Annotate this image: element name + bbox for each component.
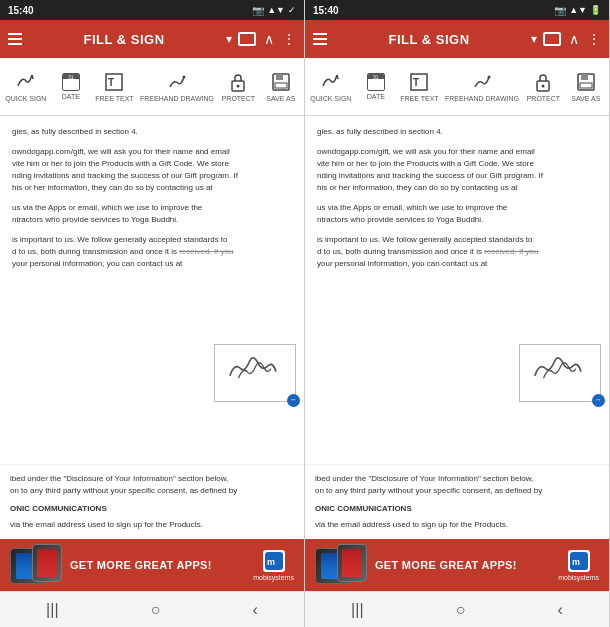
free-text-btn-right[interactable]: T FREE TEXT (400, 71, 438, 102)
date-label-right: DATE (367, 93, 385, 100)
banner-left[interactable]: GET MORE GREAT APPS! m mobisystems (0, 539, 304, 591)
protect-btn-left[interactable]: PROTECT (220, 71, 256, 102)
mobi-logo-icon-right: m (570, 552, 588, 570)
signature-box-left[interactable] (214, 344, 296, 402)
free-text-label-left: FREE TEXT (95, 95, 133, 102)
para-2-left: owndogapp.com/gift, we will ask you for … (12, 146, 292, 194)
svg-rect-16 (581, 74, 588, 80)
svg-text:T: T (413, 77, 419, 88)
svg-text:m: m (572, 557, 580, 567)
up-icon-right[interactable]: ∧ (569, 31, 579, 47)
strikethrough-left: received. If you (179, 247, 233, 256)
mobi-logo-icon-left: m (265, 552, 283, 570)
toolbar-icons-right: ∧ ⋮ (543, 31, 601, 47)
date-icon-right: 31 (367, 73, 385, 91)
time-right: 15:40 (313, 5, 339, 16)
save-as-icon-left (270, 71, 292, 93)
toolbar-chevron-left[interactable]: ▾ (226, 32, 232, 46)
svg-point-14 (542, 85, 545, 88)
svg-rect-7 (275, 83, 287, 88)
toolbar-icons-left: ∧ ⋮ (238, 31, 296, 47)
protect-icon-left (227, 71, 249, 93)
more-icon-left[interactable]: ⋮ (282, 31, 296, 47)
toolbar-right: FILL & SIGN ▾ ∧ ⋮ (305, 20, 609, 58)
more-icon-right[interactable]: ⋮ (587, 31, 601, 47)
svg-point-2 (183, 76, 186, 79)
doc-area-right: gies, as fully described in section 4. o… (305, 116, 609, 539)
free-text-label-right: FREE TEXT (400, 95, 438, 102)
nav-home-right[interactable]: ○ (456, 601, 466, 619)
banner-logo-text-right: mobisystems (558, 574, 599, 581)
toolbar-chevron-right[interactable]: ▾ (531, 32, 537, 46)
svg-point-12 (488, 76, 491, 79)
banner-logo-left: m mobisystems (253, 550, 294, 581)
svg-text:m: m (267, 557, 275, 567)
toolbar-title-left: FILL & SIGN (28, 32, 220, 47)
signature-svg-right (520, 345, 595, 395)
para-4-right: is important to us. We follow generally … (317, 234, 597, 270)
save-as-btn-left[interactable]: SAVE AS (263, 71, 299, 102)
screen-container: 15:40 📷 ▲▼ ✓ FILL & SIGN ▾ ∧ ⋮ (0, 0, 610, 627)
icon-bar-right: QUICK SIGN 31 DATE T FREE TEXT (305, 58, 609, 116)
save-as-label-right: SAVE AS (571, 95, 600, 102)
para-3-right: us via the Apps or email, which we use t… (317, 202, 597, 226)
protect-icon-right (532, 71, 554, 93)
resize-handle-left[interactable]: ↔ (287, 394, 300, 407)
right-panel: 15:40 📷 ▲▼ 🔋 FILL & SIGN ▾ ∧ ⋮ (305, 0, 610, 627)
banner-logo-text-left: mobisystems (253, 574, 294, 581)
resize-handle-right[interactable]: ↔ (592, 394, 605, 407)
date-btn-right[interactable]: 31 DATE (358, 73, 394, 100)
menu-icon-left[interactable] (8, 33, 22, 45)
svg-rect-17 (580, 83, 592, 88)
nav-bar-right: ||| ○ ‹ (305, 591, 609, 627)
signature-box-right[interactable] (519, 344, 601, 402)
freehand-icon-right (471, 71, 493, 93)
nav-back-left[interactable]: ‹ (253, 601, 258, 619)
date-btn-left[interactable]: 31 DATE (53, 73, 89, 100)
nav-menu-left[interactable]: ||| (46, 601, 58, 619)
lower-text-left: ibed under the "Disclosure of Your Infor… (0, 464, 304, 539)
save-as-label-left: SAVE AS (266, 95, 295, 102)
square-icon-left[interactable] (238, 32, 256, 46)
quick-sign-label-right: QUICK SIGN (310, 95, 351, 102)
banner-text-right: GET MORE GREAT APPS! (375, 559, 550, 571)
left-panel: 15:40 📷 ▲▼ ✓ FILL & SIGN ▾ ∧ ⋮ (0, 0, 305, 627)
nav-home-left[interactable]: ○ (151, 601, 161, 619)
menu-icon-right[interactable] (313, 33, 327, 45)
square-icon-right[interactable] (543, 32, 561, 46)
icon-bar-left: QUICK SIGN 31 DATE T FREE TEXT (0, 58, 304, 116)
status-icons-right: 📷 ▲▼ 🔋 (554, 5, 601, 16)
para-1-left: gies, as fully described in section 4. (12, 126, 292, 138)
signature-svg-left (215, 345, 290, 395)
banner-text-left: GET MORE GREAT APPS! (70, 559, 245, 571)
para-1-right: gies, as fully described in section 4. (317, 126, 597, 138)
svg-point-4 (237, 85, 240, 88)
freehand-btn-left[interactable]: FREEHAND DRAWING (140, 71, 214, 102)
time-left: 15:40 (8, 5, 34, 16)
protect-label-right: PROTECT (527, 95, 560, 102)
freehand-btn-right[interactable]: FREEHAND DRAWING (445, 71, 519, 102)
free-text-icon-left: T (103, 71, 125, 93)
para-4-left: is important to us. We follow generally … (12, 234, 292, 270)
lower-text-right: ibed under the "Disclosure of Your Infor… (305, 464, 609, 539)
status-bar-left: 15:40 📷 ▲▼ ✓ (0, 0, 304, 20)
quick-sign-label-left: QUICK SIGN (5, 95, 46, 102)
nav-back-right[interactable]: ‹ (558, 601, 563, 619)
up-icon-left[interactable]: ∧ (264, 31, 274, 47)
banner-logo-right: m mobisystems (558, 550, 599, 581)
doc-content-right: gies, as fully described in section 4. o… (305, 116, 609, 464)
para-3-left: us via the Apps or email, which we use t… (12, 202, 292, 226)
nav-menu-right[interactable]: ||| (351, 601, 363, 619)
status-bar-right: 15:40 📷 ▲▼ 🔋 (305, 0, 609, 20)
quick-sign-btn-right[interactable]: QUICK SIGN (310, 71, 351, 102)
nav-bar-left: ||| ○ ‹ (0, 591, 304, 627)
banner-right[interactable]: GET MORE GREAT APPS! m mobisystems (305, 539, 609, 591)
protect-btn-right[interactable]: PROTECT (525, 71, 561, 102)
save-as-btn-right[interactable]: SAVE AS (568, 71, 604, 102)
freehand-label-left: FREEHAND DRAWING (140, 95, 214, 102)
banner-phones-left (10, 544, 62, 586)
save-as-icon-right (575, 71, 597, 93)
quick-sign-btn-left[interactable]: QUICK SIGN (5, 71, 46, 102)
quick-sign-icon-left (15, 71, 37, 93)
free-text-btn-left[interactable]: T FREE TEXT (95, 71, 133, 102)
